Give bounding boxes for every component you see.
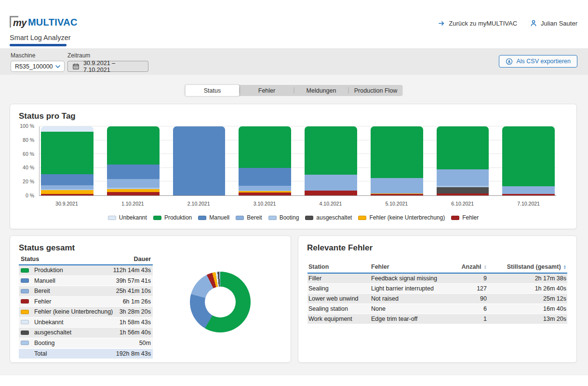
legend-label: ausgeschaltet [316, 214, 352, 221]
machine-select[interactable]: R535_100000 [11, 61, 65, 72]
bar-segment-manuell [107, 165, 160, 179]
relevant-errors-table: StationFehlerAnzahl▲▼Stillstand (gesamt)… [307, 261, 567, 324]
table-row: SealingLight barrier interrupted1271h 26… [307, 284, 567, 294]
date-range-field[interactable]: 30.9.2021 – 7.10.2021 [67, 61, 148, 72]
bar-2-10-2021[interactable] [173, 126, 226, 195]
bar-4-10-2021[interactable] [305, 126, 357, 195]
bar-segment-produktion [371, 126, 423, 178]
column-header-anzahl[interactable]: Anzahl▲▼ [443, 263, 487, 270]
error-station: Filler [308, 275, 371, 282]
x-tick-label: 6.10.2021 [436, 199, 489, 207]
status-chip [21, 331, 29, 335]
back-to-mymultivac-link[interactable]: Zurück zu myMULTIVAC [438, 20, 517, 27]
arrow-right-icon [438, 20, 445, 27]
column-header-label: Anzahl [462, 263, 481, 270]
export-csv-button[interactable]: Als CSV exportieren [499, 55, 577, 68]
user-menu[interactable]: Julian Sauter [530, 19, 577, 27]
legend-item-fehler-keine-unterbrechung[interactable]: Fehler (keine Unterbrechung) [358, 214, 445, 221]
legend-label: Bereit [247, 214, 262, 221]
legend-item-fehler[interactable]: Fehler [451, 214, 479, 221]
tab-status[interactable]: Status [186, 85, 240, 96]
column-header-label: Stillstand (gesamt) [507, 263, 561, 270]
error-downtime: 1h 26m 40s [487, 285, 566, 292]
bar-segment-produktion [502, 126, 555, 186]
error-name: Not raised [371, 295, 443, 302]
status-table-header: StatusDauer [19, 254, 153, 265]
error-count: 90 [443, 295, 487, 302]
legend-item-manuell[interactable]: Manuell [198, 214, 229, 221]
status-donut-chart[interactable] [190, 272, 251, 332]
total-duration: 192h 8m 43s [116, 350, 151, 357]
tab-smart-log-analyzer[interactable]: Smart Log Analyzer [10, 34, 71, 41]
status-name: Fehler [34, 298, 123, 305]
x-axis: 30.9.20211.10.20212.10.20213.10.20214.10… [39, 199, 556, 207]
y-tick-label: 80 % [23, 137, 34, 143]
bar-segment-bereit [41, 185, 94, 190]
status-name: Fehler (keine Unterbrechung) [34, 308, 120, 315]
download-icon [506, 58, 513, 65]
x-tick-label: 2.10.2021 [173, 199, 225, 207]
y-tick-label: 100 % [20, 123, 34, 129]
legend-label: Unbekannt [119, 214, 147, 221]
donut-hole [205, 287, 236, 317]
legend-item-produktion[interactable]: Produktion [153, 214, 192, 221]
bar-segment-manuell [239, 168, 291, 186]
legend-item-booting[interactable]: Booting [268, 214, 299, 221]
error-downtime: 16m 40s [487, 305, 566, 312]
view-tabs: StatusFehlerMeldungenProduction Flow [186, 85, 403, 96]
bar-segment-bereit [437, 169, 489, 186]
legend-label: Produktion [164, 214, 192, 221]
legend-item-unbekannt[interactable]: Unbekannt [108, 214, 147, 221]
legend-item-ausgeschaltet[interactable]: ausgeschaltet [305, 214, 352, 221]
column-header-stillstand-gesamt[interactable]: Stillstand (gesamt)▲▼ [487, 263, 566, 270]
table-row: Fehler6h 1m 26s [19, 297, 153, 307]
status-duration: 112h 14m 43s [113, 267, 151, 274]
error-station: Work equipment [308, 316, 371, 322]
bar-7-10-2021[interactable] [502, 126, 555, 195]
filter-bar: Maschine R535_100000 Zeitraum 30.9.2021 … [0, 48, 588, 75]
machine-select-value: R535_100000 [15, 63, 53, 70]
status-duration: 25h 41m 10s [116, 288, 151, 294]
bar-5-10-2021[interactable] [371, 126, 423, 195]
error-station: Lower web unwind [308, 295, 371, 302]
bar-30-9-2021[interactable] [41, 126, 94, 195]
bar-segment-produktion [107, 126, 160, 165]
error-count: 1 [443, 316, 487, 322]
status-chip [21, 320, 29, 324]
errors-table-header: StationFehlerAnzahl▲▼Stillstand (gesamt)… [307, 261, 567, 274]
bar-3-10-2021[interactable] [239, 126, 291, 195]
legend-label: Fehler [462, 214, 479, 221]
legend-label: Booting [280, 214, 299, 221]
back-link-label: Zurück zu myMULTIVAC [449, 20, 517, 27]
logo-multivac: MULTIVAC [28, 17, 78, 28]
bar-segment-fehler-keine-unterbrechung [41, 190, 94, 194]
table-row: Fehler (keine Unterbrechung)3h 28m 20s [19, 307, 153, 317]
bar-6-10-2021[interactable] [437, 126, 489, 195]
legend-chip [451, 216, 459, 220]
status-total-card: Status gesamt StatusDauerProduktion112h … [10, 235, 291, 363]
status-duration: 39h 57m 41s [116, 277, 151, 284]
status-chip [21, 268, 29, 273]
tab-production-flow[interactable]: Production Flow [349, 85, 403, 96]
user-icon [530, 19, 537, 27]
status-chip-cell [21, 320, 34, 324]
sort-icon[interactable]: ▲▼ [563, 264, 566, 269]
bar-segment-bereit [305, 175, 357, 191]
date-range-value: 30.9.2021 – 7.10.2021 [83, 60, 144, 73]
total-label: Total [34, 350, 116, 357]
bar-segment-manuell [41, 174, 94, 185]
table-row: ausgeschaltet1h 56m 40s [19, 328, 153, 338]
tab-meldungen[interactable]: Meldungen [294, 85, 348, 96]
legend-chip [198, 216, 206, 220]
status-chip [21, 310, 29, 314]
table-row: Manuell39h 57m 41s [19, 276, 153, 287]
error-station: Sealing station [308, 305, 371, 312]
table-row: Work equipmentEdge trim tear-off113m 20s [307, 314, 567, 324]
status-chip-cell [21, 341, 34, 345]
dauer-column-header: Dauer [134, 256, 151, 262]
bar-1-10-2021[interactable] [107, 126, 160, 195]
status-per-day-title: Status pro Tag [10, 104, 576, 121]
tab-fehler[interactable]: Fehler [240, 85, 294, 96]
legend-chip [305, 216, 313, 220]
legend-item-bereit[interactable]: Bereit [236, 214, 262, 221]
